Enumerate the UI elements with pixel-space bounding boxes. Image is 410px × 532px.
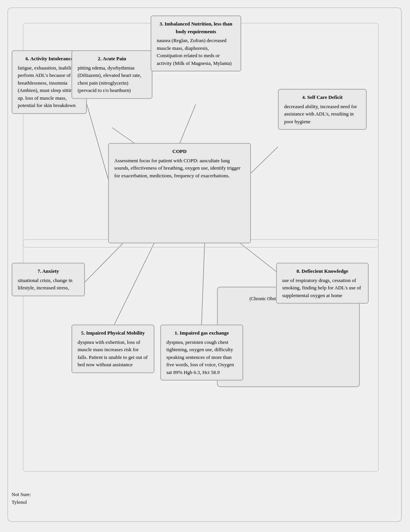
node-acute-pain: 2. Acute Pain pitting edema, dysrhythmia… bbox=[71, 50, 152, 99]
svg-line-0 bbox=[87, 104, 109, 182]
node8-title: 8. Defiecient Knowledge bbox=[282, 267, 363, 275]
center-title: COPD bbox=[114, 148, 245, 155]
node1-title: 1. Impaired gas exchange bbox=[166, 329, 237, 337]
node5-body: dyspnea with exhertion, loss of muscle m… bbox=[78, 338, 148, 369]
node2-body: pitting edema, dysrhythmias (Diltiazem),… bbox=[78, 64, 146, 94]
svg-line-1 bbox=[112, 127, 135, 144]
center-description: Assessment focus for patient with COPD: … bbox=[114, 157, 245, 180]
svg-line-7 bbox=[202, 243, 205, 325]
svg-line-3 bbox=[250, 147, 278, 174]
svg-line-4 bbox=[85, 243, 124, 282]
node-anxiety: 7. Anxiety situational crisis, change in… bbox=[12, 263, 85, 296]
node-deficient-knowledge: 8. Defiecient Knowledge use of respirato… bbox=[276, 263, 369, 304]
node-self-care-deficit: 4. Self Care Deficit decreased ability, … bbox=[278, 89, 367, 130]
diagram-container: COPD (Chronic Obstructive Pulmonary Dise… bbox=[0, 0, 410, 532]
node1-body: dyspnea, persisten cough chest tightenin… bbox=[166, 338, 237, 376]
node8-body: use of respiratory drugs, cessation of s… bbox=[282, 277, 363, 299]
node3-title: 3. Imbalanced Nutrition, less than body … bbox=[157, 20, 235, 35]
node5-title: 5. Impaired Physical Mobility bbox=[78, 329, 148, 337]
node-impaired-physical-mobility: 5. Impaired Physical Mobility dyspnea wi… bbox=[71, 325, 154, 373]
center-copd-box: COPD (Chronic Obstructive Pulmonary Dise… bbox=[108, 143, 251, 243]
svg-line-6 bbox=[114, 243, 154, 325]
node2-title: 2. Acute Pain bbox=[78, 55, 146, 63]
node4-title: 4. Self Care Deficit bbox=[284, 93, 361, 101]
node-imbalanced-nutrition: 3. Imbalanced Nutrition, less than body … bbox=[151, 15, 241, 71]
svg-line-2 bbox=[180, 104, 196, 144]
node3-body: nausea (Reglan, Zofran) decreased muscle… bbox=[157, 37, 235, 67]
node7-title: 7. Anxiety bbox=[18, 267, 79, 275]
node-impaired-gas-exchange: 1. Impaired gas exchange dyspnea, persis… bbox=[160, 325, 243, 381]
node4-body: decreased ability, increased need for as… bbox=[284, 103, 361, 126]
node7-body: situational crisis, change in lifestyle,… bbox=[18, 277, 79, 292]
